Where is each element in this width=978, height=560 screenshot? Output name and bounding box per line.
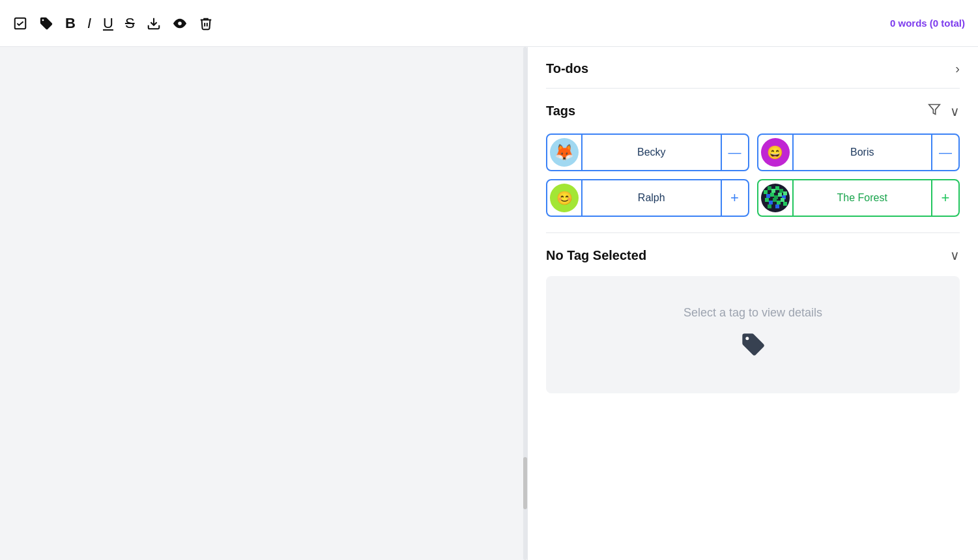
- svg-rect-23: [775, 204, 779, 208]
- tags-chevron-icon[interactable]: ∨: [950, 104, 960, 119]
- tag-avatar-ralph: 😊: [547, 180, 582, 216]
- underline-icon[interactable]: U: [103, 15, 113, 32]
- svg-rect-18: [769, 201, 773, 204]
- select-tag-hint: Select a tag to view details: [683, 306, 822, 320]
- tag-large-icon: [740, 331, 766, 363]
- no-tag-chevron-icon[interactable]: ∨: [950, 247, 960, 263]
- svg-rect-17: [765, 198, 769, 202]
- tags-title: Tags: [546, 104, 575, 119]
- svg-rect-24: [783, 202, 787, 206]
- svg-rect-20: [777, 201, 781, 204]
- filter-icon[interactable]: [928, 103, 941, 119]
- svg-rect-9: [775, 186, 779, 190]
- forest-avatar-svg: [761, 184, 790, 212]
- todos-chevron-icon[interactable]: ›: [955, 61, 960, 76]
- tag-name-becky: Becky: [582, 135, 721, 170]
- no-tag-header: No Tag Selected ∨: [546, 247, 960, 263]
- scrollbar-thumb: [523, 457, 527, 509]
- tag-action-ralph[interactable]: +: [721, 180, 748, 216]
- tag-card-becky[interactable]: 🦊 Becky —: [546, 133, 749, 171]
- main-area: To-dos › Tags ∨: [0, 47, 978, 560]
- editor-pane[interactable]: [0, 47, 528, 560]
- editor-scrollbar[interactable]: [523, 47, 527, 560]
- bold-icon[interactable]: B: [65, 15, 76, 32]
- svg-point-25: [745, 337, 749, 340]
- italic-icon[interactable]: I: [87, 15, 91, 32]
- tag-card-forest[interactable]: The Forest +: [757, 179, 960, 217]
- tags-grid: 🦊 Becky — 😄 Boris — 😊: [546, 133, 960, 217]
- tag-avatar-boris: 😄: [758, 135, 794, 170]
- svg-rect-12: [766, 194, 770, 198]
- tag-action-forest[interactable]: +: [931, 180, 958, 216]
- tag-name-ralph: Ralph: [582, 180, 721, 216]
- tag-avatar-becky: 🦊: [547, 135, 582, 170]
- svg-point-3: [178, 21, 182, 25]
- tag-avatar-forest: [758, 180, 794, 216]
- word-count-total: (0 total): [930, 18, 965, 29]
- tags-header: Tags ∨: [546, 103, 960, 119]
- tag-card-boris[interactable]: 😄 Boris —: [757, 133, 960, 171]
- strikethrough-icon[interactable]: S: [125, 15, 135, 32]
- tag-name-forest: The Forest: [794, 180, 932, 216]
- svg-rect-22: [768, 204, 771, 208]
- becky-avatar-image: 🦊: [550, 138, 579, 167]
- svg-rect-8: [771, 189, 775, 193]
- download-icon[interactable]: [147, 16, 161, 31]
- tag-action-boris[interactable]: —: [931, 135, 958, 170]
- eye-icon[interactable]: [173, 16, 187, 31]
- todos-header: To-dos ›: [546, 61, 960, 76]
- tags-section: Tags ∨ 🦊 Becky: [546, 89, 960, 233]
- tag-icon[interactable]: [39, 16, 53, 31]
- trash-icon[interactable]: [199, 16, 213, 31]
- svg-rect-15: [778, 193, 782, 197]
- toolbar: B I U S 0 words (0 total): [0, 0, 978, 47]
- svg-rect-13: [770, 193, 774, 197]
- tag-action-becky[interactable]: —: [721, 135, 748, 170]
- boris-avatar-image: 😄: [761, 138, 790, 167]
- tags-header-controls: ∨: [928, 103, 960, 119]
- checkbox-icon[interactable]: [13, 16, 27, 31]
- svg-rect-6: [764, 190, 768, 194]
- svg-point-1: [42, 19, 44, 21]
- word-count: 0 words (0 total): [890, 18, 965, 29]
- no-tag-section: No Tag Selected ∨ Select a tag to view d…: [546, 233, 960, 405]
- sidebar: To-dos › Tags ∨: [528, 47, 978, 560]
- select-tag-box: Select a tag to view details: [546, 276, 960, 393]
- no-tag-title: No Tag Selected: [546, 248, 646, 263]
- svg-marker-4: [929, 105, 940, 115]
- todos-title: To-dos: [546, 61, 588, 76]
- svg-rect-10: [779, 189, 783, 193]
- word-count-label: 0 words: [890, 18, 927, 29]
- todos-section: To-dos ›: [546, 47, 960, 89]
- svg-rect-21: [781, 198, 784, 202]
- ralph-avatar-image: 😊: [550, 184, 579, 212]
- svg-rect-11: [783, 191, 787, 195]
- tag-name-boris: Boris: [794, 135, 932, 170]
- tag-card-ralph[interactable]: 😊 Ralph +: [546, 179, 749, 217]
- svg-rect-7: [768, 186, 771, 190]
- svg-rect-19: [773, 198, 777, 202]
